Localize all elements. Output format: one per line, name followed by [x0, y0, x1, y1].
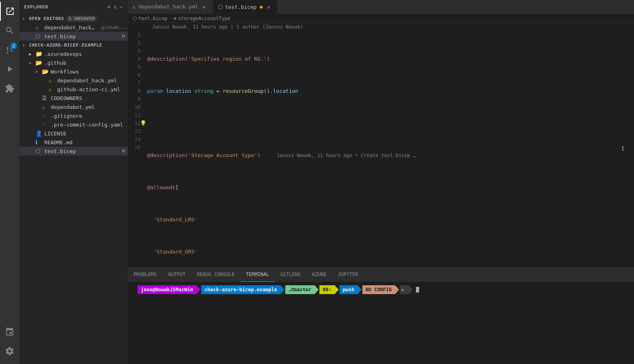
code-line-7: 'Standard_GRS' [147, 248, 634, 256]
github-action-label: github-action-ci.yml [57, 86, 120, 92]
tab-output[interactable]: OUTPUT [163, 268, 191, 282]
breadcrumb-sep1: › [169, 16, 172, 21]
dependabot-label: dependabot.yml [51, 104, 95, 110]
tab-azure[interactable]: AZURE [306, 268, 332, 282]
modified-badge: M [122, 149, 125, 154]
warning-icon-dep: ⚠ [48, 77, 56, 84]
terminal-panel: PROBLEMS OUTPUT DEBUG CONSOLE TERMINAL G… [128, 268, 634, 364]
close-testbicep-tab[interactable]: ✕ [265, 3, 272, 10]
line-numbers: 1 2 3 4 5 6 7 8 9 10 11 12 13 14 15 [128, 31, 146, 268]
search-activity-icon[interactable] [0, 21, 19, 40]
open-editors-arrow: ▾ [23, 16, 29, 21]
terminal-cursor [416, 287, 419, 292]
dependabot-file[interactable]: ⚠ dependabot.yml [19, 102, 128, 111]
sidebar-title-icons: ⊕ ≡ ⋯ [107, 4, 123, 10]
breadcrumb-symbol[interactable]: storageAccountType [178, 16, 231, 21]
check-azure-section[interactable]: ▾ CHECK-AZURE-BICEP.EXAMPLE [19, 41, 128, 49]
code-line-6: 'Standard_LRS' [147, 216, 634, 224]
workflows-folder[interactable]: ▾ 📂 Workflows [19, 67, 128, 76]
precommit-label: .pre-commit-config.yaml [51, 122, 123, 128]
open-editors-section[interactable]: ▾ Open Editors 1 unsaved [19, 14, 128, 23]
readme-label: README.md [44, 139, 72, 145]
sidebar-title: Explorer ⊕ ≡ ⋯ [19, 0, 128, 14]
collapse-icon[interactable]: ≡ [114, 4, 117, 10]
tab-problems[interactable]: PROBLEMS [128, 268, 163, 282]
breadcrumb-file[interactable]: test.bicep [138, 16, 167, 21]
folder-icon-azure: 📁 [35, 51, 43, 57]
dependabot-hack-label: dependabot_hack.yml [57, 78, 117, 84]
github-arrow: ▾ [29, 61, 35, 65]
source-control-badge: 2 [10, 43, 17, 49]
check-azure-label: CHECK-AZURE-BICEP.EXAMPLE [29, 43, 102, 48]
code-line-3: 💡 [147, 119, 634, 127]
run-activity-icon[interactable] [0, 59, 19, 79]
open-editor-testbicep-label: test.bicep [44, 33, 76, 39]
warning-icon-dep2: ⚠ [42, 104, 49, 110]
more-icon[interactable]: ⋯ [120, 4, 123, 10]
license-file[interactable]: 👤 LICENSE [19, 129, 128, 138]
git-icon: ◦ [42, 112, 49, 119]
explorer-activity-icon[interactable] [0, 2, 19, 21]
settings-activity-icon[interactable] [0, 342, 19, 361]
tab-terminal[interactable]: TERMINAL [240, 268, 275, 282]
breadcrumb: ⬡ test.bicep › ⊙ storageAccountType [128, 14, 634, 23]
terminal-prompt: jnno@NowakJ5MacWin check-azure-bicep.exa… [133, 285, 629, 294]
main-area: ⚠ dependabot_hack.yml ✕ ⬡ test.bicep ● ✕… [128, 0, 634, 364]
prompt-user: jnno@NowakJ5MacWin [138, 285, 196, 294]
modified-indicator: ● [260, 4, 263, 10]
open-editors-label: Open Editors [29, 16, 64, 21]
tab-dependabot-label: dependabot_hack.yml [138, 4, 198, 10]
tab-jupyter[interactable]: JUPYTER [332, 268, 364, 282]
lightbulb-icon[interactable]: 💡 [140, 119, 146, 127]
list-icon: ☰ [42, 95, 49, 101]
breadcrumb-symbol-icon: ⊙ [173, 16, 176, 21]
workflows-arrow: ▾ [35, 70, 42, 74]
license-label: LICENSE [44, 131, 66, 137]
code-line-1: @description('Specifies region of RG.') [147, 55, 634, 63]
dependabot-hack-file[interactable]: ⚠ dependabot_hack.yml [19, 76, 128, 85]
folder-icon-workflows: 📂 [42, 68, 49, 75]
warning-file-icon: ⚠ [35, 24, 43, 31]
terminal-content[interactable]: jnno@NowakJ5MacWin check-azure-bicep.exa… [128, 282, 634, 364]
code-lines: @description('Specifies region of RG.') … [146, 31, 634, 268]
tab-debug-console[interactable]: DEBUG CONSOLE [191, 268, 240, 282]
tab-dependabot[interactable]: ⚠ dependabot_hack.yml ✕ [128, 0, 213, 14]
panel-tabs: PROBLEMS OUTPUT DEBUG CONSOLE TERMINAL G… [128, 268, 634, 282]
tab-testbicep-label: test.bicep [225, 4, 257, 10]
folder-icon-github: 📂 [35, 59, 43, 66]
open-editor-dependabot[interactable]: ⚠ dependabot_hack.yml .github\... [19, 23, 128, 32]
info-icon: ℹ [35, 139, 43, 145]
open-editor-path: .github\... [99, 25, 128, 30]
github-folder[interactable]: ▾ 📂 .github [19, 58, 128, 67]
precommit-file[interactable]: ◦ .pre-commit-config.yaml [19, 120, 128, 129]
open-editors-badge: 1 unsaved [66, 16, 97, 22]
github-label: .github [44, 60, 66, 66]
new-file-icon[interactable]: ⊕ [107, 4, 111, 10]
prompt-num: 98⚡ [319, 285, 335, 294]
extensions-activity-icon[interactable] [0, 79, 19, 98]
source-control-activity-icon[interactable]: 2 [0, 40, 19, 59]
prompt-noconfig: NO CONFIG [362, 285, 395, 294]
prompt-branch: ⎇master [285, 285, 315, 294]
editor-content[interactable]: Janusz Nowak, 11 hours ago | 1 author (J… [128, 23, 634, 268]
tab-gitlens[interactable]: GITLENS [275, 268, 307, 282]
remote-activity-icon[interactable] [0, 322, 19, 342]
readme-file[interactable]: ℹ README.md [19, 138, 128, 147]
github-action-file[interactable]: ⚠ github-action-ci.yml [19, 85, 128, 94]
azuredevops-folder[interactable]: ▶ 📁 .azuredevops [19, 49, 128, 58]
modified-badge-small: M [122, 34, 125, 39]
gitignore-file[interactable]: ◦ .gitignore [19, 111, 128, 120]
codeowners-file[interactable]: ☰ CODEOWNERS [19, 94, 128, 102]
open-editor-testbicep[interactable]: ⬡ test.bicep M [19, 32, 128, 41]
blame-header: Janusz Nowak, 11 hours ago | 1 author (J… [128, 23, 634, 31]
tab-bar: ⚠ dependabot_hack.yml ✕ ⬡ test.bicep ● ✕ [128, 0, 634, 14]
breadcrumb-bicep-icon: ⬡ [133, 16, 137, 21]
code-line-4: @description('Storage Account type')Janu… [147, 151, 634, 160]
tab-testbicep[interactable]: ⬡ test.bicep ● ✕ [213, 0, 278, 14]
code-container: 1 2 3 4 5 6 7 8 9 10 11 12 13 14 15 [128, 31, 634, 268]
close-dependabot-tab[interactable]: ✕ [201, 3, 208, 10]
open-editor-dependabot-label: dependabot_hack.yml [44, 25, 97, 31]
testbicep-file[interactable]: ⬡ test.bicep M [19, 147, 128, 155]
warning-icon-action: ⚠ [48, 86, 56, 92]
person-icon: 👤 [35, 130, 43, 137]
